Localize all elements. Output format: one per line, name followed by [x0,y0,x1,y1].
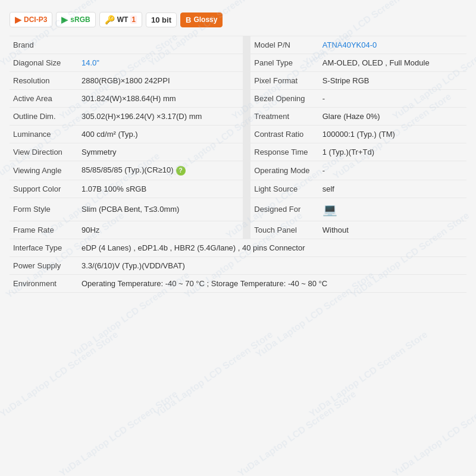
table-divider [243,143,250,161]
table-divider [243,36,250,54]
spec-value: - [319,90,466,108]
spec-value: 90Hz [78,221,243,239]
spec-value: AM-OLED, OLED , Full Module [319,54,466,72]
spec-label: Interface Type [10,239,78,256]
spec-value: 1.07B 100% sRGB [78,180,243,198]
spec-label: Bezel Opening [250,90,319,108]
table-row-full: Power Supply3.3/(6/10)V (Typ.)(VDD/VBAT) [10,256,466,274]
spec-value: ATNA40YK04-0 [319,36,466,54]
badge-glossy-label: Glossy [193,15,217,24]
spec-value: 💻 [319,198,466,221]
badge-wt-num: 1 [130,15,137,24]
spec-label: Model P/N [250,36,319,54]
badge-dci-label: DCI-P3 [24,15,47,24]
badge-10bit-label: 10 bit [151,15,171,24]
spec-value: S-Stripe RGB [319,72,466,90]
spec-label: Luminance [10,126,78,143]
spec-label: Treatment [250,108,319,126]
spec-label: Pixel Format [250,72,319,90]
table-row: Luminance400 cd/m² (Typ.)Contrast Ratio1… [10,126,466,143]
badge-10bit: 10 bit [146,12,177,27]
table-divider [243,90,250,108]
spec-label: Power Supply [10,256,78,274]
spec-label: View Direction [10,143,78,161]
badge-row: ▶ DCI-P3 ▶ sRGB 🔑 WT 1 10 bit B Glossy [10,12,466,27]
table-row: Support Color1.07B 100% sRGBLight Source… [10,180,466,198]
table-row: Active Area301.824(W)×188.64(H) mmBezel … [10,90,466,108]
spec-label: Support Color [10,180,78,198]
wt-icon: 🔑 [105,15,115,24]
spec-value: 305.02(H)×196.24(V) ×3.17(D) mm [78,108,243,126]
table-divider [243,180,250,198]
spec-label: Active Area [10,90,78,108]
badge-srgb-label: sRGB [70,15,90,24]
laptop-icon: 💻 [322,203,337,216]
spec-value-full: 3.3/(6/10)V (Typ.)(VDD/VBAT) [78,256,466,274]
spec-value: 400 cd/m² (Typ.) [78,126,243,143]
spec-value: 85/85/85/85 (Typ.)(CR≥10)? [78,161,243,180]
spec-value: 2880(RGB)×1800 242PPI [78,72,243,90]
table-row: Diagonal Size14.0"Panel TypeAM-OLED, OLE… [10,54,466,72]
spec-value: Without [319,221,466,239]
badge-glossy: B Glossy [180,12,223,27]
table-divider [243,161,250,180]
table-row: Form StyleSlim (PCBA Bent, T≤3.0mm)Desig… [10,198,466,221]
spec-value: self [319,180,466,198]
table-row: BrandModel P/NATNA40YK04-0 [10,36,466,54]
table-divider [243,108,250,126]
spec-label: Brand [10,36,78,54]
dci-icon: ▶ [15,15,21,24]
badge-dci-p3: ▶ DCI-P3 [10,12,52,27]
table-row: Resolution2880(RGB)×1800 242PPIPixel For… [10,72,466,90]
spec-value: 14.0" [78,54,243,72]
spec-label: Touch Panel [250,221,319,239]
table-row: Viewing Angle85/85/85/85 (Typ.)(CR≥10)?O… [10,161,466,180]
spec-label: Designed For [250,198,319,221]
srgb-icon: ▶ [61,15,68,24]
spec-value-full: Operating Temperature: -40 ~ 70 °C ; Sto… [78,274,466,292]
spec-value: Symmetry [78,143,243,161]
spec-table: BrandModel P/NATNA40YK04-0Diagonal Size1… [10,36,466,293]
badge-srgb: ▶ sRGB [56,12,95,27]
table-row: View DirectionSymmetryResponse Time1 (Ty… [10,143,466,161]
spec-value-full: eDP (4 Lanes) , eDP1.4b , HBR2 (5.4G/lan… [78,239,466,256]
help-icon[interactable]: ? [176,166,186,176]
table-row-full: Interface TypeeDP (4 Lanes) , eDP1.4b , … [10,239,466,256]
spec-label: Operating Mode [250,161,319,180]
glossy-icon: B [186,15,191,24]
table-divider [243,221,250,239]
spec-label: Environment [10,274,78,292]
spec-value: 301.824(W)×188.64(H) mm [78,90,243,108]
spec-label: Frame Rate [10,221,78,239]
table-divider [243,54,250,72]
table-divider [243,198,250,221]
spec-label: Viewing Angle [10,161,78,180]
spec-label: Form Style [10,198,78,221]
spec-label: Contrast Ratio [250,126,319,143]
spec-label: Panel Type [250,54,319,72]
table-row: Outline Dim.305.02(H)×196.24(V) ×3.17(D)… [10,108,466,126]
spec-value: Slim (PCBA Bent, T≤3.0mm) [78,198,243,221]
spec-label: Outline Dim. [10,108,78,126]
table-divider [243,72,250,90]
badge-wt: 🔑 WT 1 [99,12,142,27]
spec-label: Response Time [250,143,319,161]
spec-label: Light Source [250,180,319,198]
spec-value: - [319,161,466,180]
main-content: ▶ DCI-P3 ▶ sRGB 🔑 WT 1 10 bit B Glossy B… [0,0,476,299]
badge-wt-label: WT [117,15,129,24]
spec-value [78,36,243,54]
spec-value: 100000:1 (Typ.) (TM) [319,126,466,143]
table-row: Frame Rate90HzTouch PanelWithout [10,221,466,239]
model-link[interactable]: ATNA40YK04-0 [322,40,377,49]
spec-label: Diagonal Size [10,54,78,72]
spec-label: Resolution [10,72,78,90]
spec-value: Glare (Haze 0%) [319,108,466,126]
spec-value: 1 (Typ.)(Tr+Td) [319,143,466,161]
table-divider [243,126,250,143]
table-row-full: EnvironmentOperating Temperature: -40 ~ … [10,274,466,292]
